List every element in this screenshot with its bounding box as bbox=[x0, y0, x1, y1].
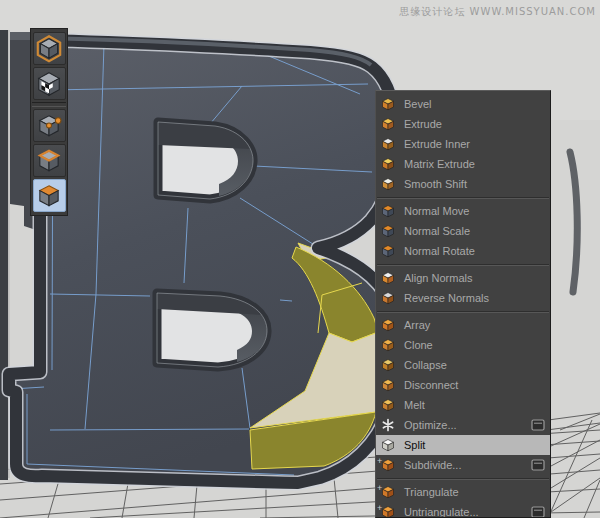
open-dialog-icon bbox=[531, 419, 545, 431]
model-mode-button[interactable] bbox=[33, 32, 66, 65]
melt-icon bbox=[381, 398, 395, 412]
menu-item-extrudeinner[interactable]: Extrude Inner bbox=[376, 134, 550, 154]
smooth-shift-icon bbox=[381, 177, 395, 191]
points-mode-button[interactable] bbox=[33, 109, 66, 142]
context-menu: Bevel Extrude Extrude Inner Matrix Extru… bbox=[375, 90, 551, 518]
open-dialog-button[interactable] bbox=[531, 506, 545, 518]
menu-item-collapse[interactable]: Collapse bbox=[376, 355, 550, 375]
menu-item-label: Subdivide... bbox=[404, 459, 461, 471]
normal-rotate-icon bbox=[381, 244, 395, 258]
menu-item-label: Align Normals bbox=[404, 272, 472, 284]
open-dialog-button[interactable] bbox=[531, 459, 545, 471]
menu-item-label: Split bbox=[404, 439, 425, 451]
menu-item-label: Smooth Shift bbox=[404, 178, 467, 190]
menu-item-optimize[interactable]: Optimize... bbox=[376, 415, 550, 435]
points-mode-icon bbox=[35, 112, 63, 140]
menu-separator bbox=[376, 308, 550, 315]
reverse-normals-icon bbox=[381, 291, 395, 305]
menu-item-label: Reverse Normals bbox=[404, 292, 489, 304]
menu-item-label: Normal Move bbox=[404, 205, 469, 217]
open-dialog-icon bbox=[531, 459, 545, 471]
model-mode-icon bbox=[35, 35, 63, 63]
menu-item-disconnect[interactable]: Disconnect bbox=[376, 375, 550, 395]
texture-mode-button[interactable] bbox=[33, 67, 66, 100]
extrude-icon bbox=[381, 117, 395, 131]
menu-item-melt[interactable]: Melt bbox=[376, 395, 550, 415]
open-dialog-icon bbox=[531, 506, 545, 518]
menu-item-matrixextrude[interactable]: Matrix Extrude bbox=[376, 154, 550, 174]
menu-item-array[interactable]: Array bbox=[376, 315, 550, 335]
disconnect-icon bbox=[381, 378, 395, 392]
toolbar-divider bbox=[32, 102, 66, 107]
menu-item-reversenormals[interactable]: Reverse Normals bbox=[376, 288, 550, 308]
menu-item-normalmove[interactable]: Normal Move bbox=[376, 201, 550, 221]
normal-move-icon bbox=[381, 204, 395, 218]
menu-item-subdivide[interactable]: + Subdivide... bbox=[376, 455, 550, 475]
subdivide-icon bbox=[381, 458, 395, 472]
menu-item-alignnormals[interactable]: Align Normals bbox=[376, 268, 550, 288]
polygons-mode-icon bbox=[35, 182, 63, 210]
menu-item-label: Normal Rotate bbox=[404, 245, 475, 257]
upper-hole bbox=[158, 122, 253, 199]
plus-mark-icon: + bbox=[377, 484, 382, 493]
menu-item-label: Normal Scale bbox=[404, 225, 470, 237]
menu-item-untriangulate[interactable]: + Untriangulate... bbox=[376, 502, 550, 518]
edges-mode-icon bbox=[35, 147, 63, 175]
menu-item-label: Untriangulate... bbox=[404, 506, 479, 518]
menu-item-label: Disconnect bbox=[404, 379, 458, 391]
menu-item-label: Extrude Inner bbox=[404, 138, 470, 150]
menu-item-normalscale[interactable]: Normal Scale bbox=[376, 221, 550, 241]
menu-item-extrude[interactable]: Extrude bbox=[376, 114, 550, 134]
menu-separator bbox=[376, 261, 550, 268]
menu-item-split[interactable]: Split bbox=[376, 435, 550, 455]
extrude-inner-icon bbox=[381, 137, 395, 151]
plus-mark-icon: + bbox=[377, 504, 382, 513]
menu-item-label: Collapse bbox=[404, 359, 447, 371]
align-normals-icon bbox=[381, 271, 395, 285]
menu-item-label: Matrix Extrude bbox=[404, 158, 475, 170]
clone-icon bbox=[381, 338, 395, 352]
menu-item-triangulate[interactable]: + Triangulate bbox=[376, 482, 550, 502]
menu-separator bbox=[376, 475, 550, 482]
menu-item-bevel[interactable]: Bevel bbox=[376, 94, 550, 114]
lower-hole bbox=[157, 293, 267, 367]
collapse-icon bbox=[381, 358, 395, 372]
menu-item-label: Melt bbox=[404, 399, 425, 411]
menu-item-label: Extrude bbox=[404, 118, 442, 130]
open-dialog-button[interactable] bbox=[531, 419, 545, 431]
array-icon bbox=[381, 318, 395, 332]
menu-item-label: Clone bbox=[404, 339, 433, 351]
menu-separator bbox=[376, 194, 550, 201]
polygons-mode-button[interactable] bbox=[33, 179, 66, 212]
menu-item-label: Optimize... bbox=[404, 419, 457, 431]
split-icon bbox=[381, 438, 395, 452]
triangulate-icon bbox=[381, 485, 395, 499]
normal-scale-icon bbox=[381, 224, 395, 238]
plus-mark-icon: + bbox=[377, 457, 382, 466]
optimize-icon bbox=[381, 418, 395, 432]
texture-mode-icon bbox=[35, 70, 63, 98]
matrix-extrude-icon bbox=[381, 157, 395, 171]
menu-item-label: Triangulate bbox=[404, 486, 459, 498]
edges-mode-button[interactable] bbox=[33, 144, 66, 177]
menu-item-label: Bevel bbox=[404, 98, 432, 110]
menu-item-label: Array bbox=[404, 319, 430, 331]
menu-item-smoothshift[interactable]: Smooth Shift bbox=[376, 174, 550, 194]
menu-item-clone[interactable]: Clone bbox=[376, 335, 550, 355]
menu-item-normalrotate[interactable]: Normal Rotate bbox=[376, 241, 550, 261]
untriangulate-icon bbox=[381, 505, 395, 518]
mode-toolbar bbox=[30, 28, 68, 216]
bevel-icon bbox=[381, 97, 395, 111]
watermark: 思缘设计论坛 WWW.MISSYUAN.COM bbox=[399, 5, 596, 19]
